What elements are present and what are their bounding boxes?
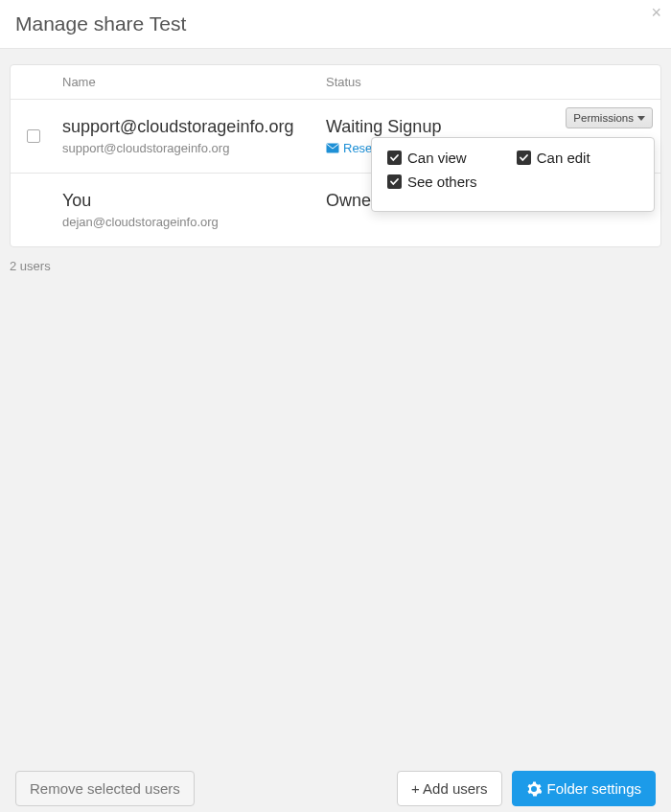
envelope-icon — [326, 143, 339, 153]
perm-see-others[interactable]: See others — [387, 174, 638, 190]
modal-title: Manage share Test — [15, 12, 186, 35]
user-count-text: 2 users — [10, 259, 671, 273]
chevron-down-icon — [637, 116, 645, 121]
user-name: support@cloudstorageinfo.org — [62, 117, 314, 138]
close-icon[interactable]: × — [651, 4, 661, 21]
modal-footer: Remove selected users + Add users Folder… — [0, 761, 671, 806]
perm-label: Can edit — [537, 150, 590, 166]
user-email: support@cloudstorageinfo.org — [62, 141, 314, 155]
user-email: dejan@cloudstorageinfo.org — [62, 215, 314, 229]
folder-settings-button[interactable]: Folder settings — [512, 771, 656, 806]
permissions-dropdown-button[interactable]: Permissions — [566, 107, 653, 128]
modal-header: Manage share Test × — [0, 0, 671, 49]
permissions-label: Permissions — [573, 112, 634, 124]
gear-icon — [526, 781, 542, 797]
perm-can-view[interactable]: Can view — [387, 150, 467, 166]
table-header-row: Name Status — [11, 65, 660, 100]
remove-selected-button[interactable]: Remove selected users — [15, 771, 195, 806]
checkbox-checked-icon — [387, 151, 402, 165]
perm-label: See others — [407, 174, 477, 190]
perm-can-edit[interactable]: Can edit — [517, 150, 590, 166]
perm-label: Can view — [407, 150, 467, 166]
add-users-button[interactable]: + Add users — [397, 771, 502, 806]
folder-settings-label: Folder settings — [547, 780, 641, 797]
row-checkbox[interactable] — [27, 129, 40, 143]
table-row: support@cloudstorageinfo.org support@clo… — [11, 100, 660, 174]
checkbox-checked-icon — [517, 151, 531, 165]
checkbox-checked-icon — [387, 174, 402, 189]
permissions-dropdown: Can view Can edit See others — [371, 137, 655, 212]
col-header-name: Name — [57, 65, 320, 99]
user-name: You — [62, 191, 314, 212]
col-header-status: Status — [320, 65, 660, 99]
users-table: Name Status support@cloudstorageinfo.org… — [10, 64, 661, 247]
